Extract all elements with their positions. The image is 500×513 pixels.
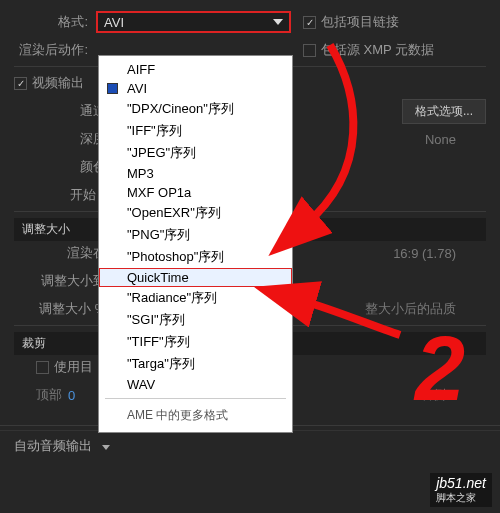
format-dropdown[interactable]: AVI (96, 11, 291, 33)
chevron-down-icon (273, 19, 283, 25)
format-option-dpx[interactable]: "DPX/Cineon"序列 (99, 98, 292, 120)
format-option-mxf[interactable]: MXF OP1a (99, 183, 292, 202)
include-link-label: 包括项目链接 (321, 13, 399, 31)
aspect-value: 16:9 (1.78) (393, 246, 456, 261)
crop-top-value[interactable]: 0 (68, 388, 75, 403)
crop-top-label: 顶部 (36, 386, 62, 404)
format-selected-value: AVI (104, 15, 273, 30)
format-option-openexr[interactable]: "OpenEXR"序列 (99, 202, 292, 224)
include-project-link-checkbox[interactable]: 包括项目链接 (303, 13, 399, 31)
format-option-photoshop[interactable]: "Photoshop"序列 (99, 246, 292, 268)
format-option-aiff[interactable]: AIFF (99, 60, 292, 79)
format-options-button[interactable]: 格式选项... (402, 99, 486, 124)
format-option-sgi[interactable]: "SGI"序列 (99, 309, 292, 331)
format-option-jpeg[interactable]: "JPEG"序列 (99, 142, 292, 164)
include-src-label: 包括源 XMP 元数据 (321, 41, 434, 59)
format-option-radiance[interactable]: "Radiance"序列 (99, 287, 292, 309)
format-dropdown-list[interactable]: AIFF AVI "DPX/Cineon"序列 "IFF"序列 "JPEG"序列… (98, 55, 293, 433)
format-option-quicktime[interactable]: QuickTime (99, 268, 292, 287)
format-option-mp3[interactable]: MP3 (99, 164, 292, 183)
use-target-checkbox[interactable]: 使用目 (36, 358, 93, 376)
depth-value: None (425, 132, 456, 147)
format-option-tiff[interactable]: "TIFF"序列 (99, 331, 292, 353)
format-option-targa[interactable]: "Targa"序列 (99, 353, 292, 375)
checkbox-on-icon (303, 16, 316, 29)
format-label: 格式: (14, 13, 96, 31)
format-option-avi[interactable]: AVI (99, 79, 292, 98)
auto-audio-output-dropdown[interactable]: 自动音频输出 (14, 437, 110, 455)
separator (105, 398, 286, 399)
include-src-xmp-checkbox[interactable]: 包括源 XMP 元数据 (303, 41, 434, 59)
format-option-iff[interactable]: "IFF"序列 (99, 120, 292, 142)
checkbox-off-icon (303, 44, 316, 57)
video-output-checkbox[interactable]: 视频输出 (14, 74, 84, 92)
use-target-label: 使用目 (54, 358, 93, 376)
chevron-down-icon (102, 445, 110, 450)
checkbox-on-icon (14, 77, 27, 90)
crop-right-label: 右侧 (420, 386, 446, 404)
format-option-png[interactable]: "PNG"序列 (99, 224, 292, 246)
checkbox-off-icon (36, 361, 49, 374)
watermark: jb51.net 脚本之家 (430, 473, 492, 507)
resize-quality-label: 整大小后的品质 (365, 300, 456, 318)
format-option-wav[interactable]: WAV (99, 375, 292, 394)
format-more-ame[interactable]: AME 中的更多格式 (99, 403, 292, 426)
post-render-label: 渲染后动作: (14, 41, 96, 59)
video-output-label: 视频输出 (32, 74, 84, 92)
